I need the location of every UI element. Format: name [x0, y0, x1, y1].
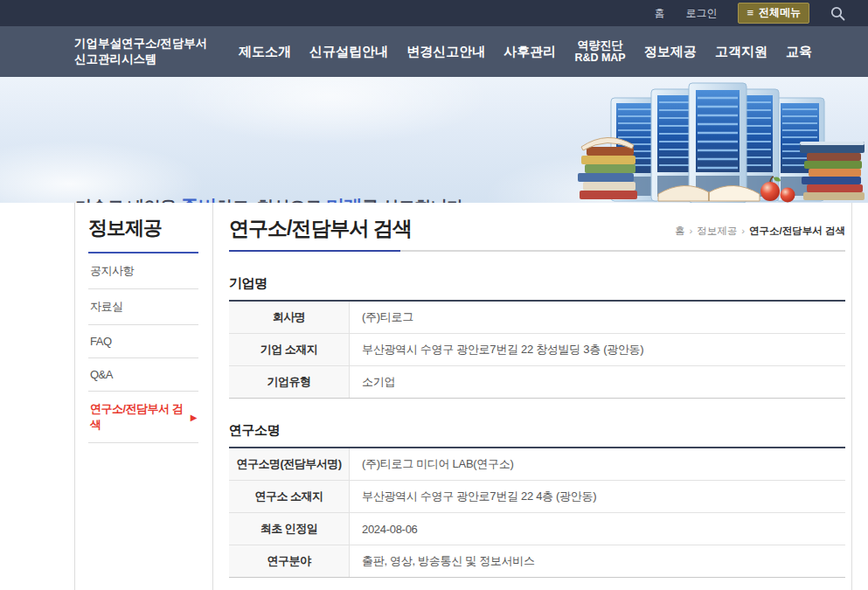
company-section: 기업명 회사명 (주)티로그 기업 소재지 부산광역시 수영구 광안로7번길 2… [229, 275, 845, 399]
row-label: 연구분야 [229, 545, 350, 577]
home-link[interactable]: 홈 [654, 6, 664, 21]
table-row: 기업 소재지 부산광역시 수영구 광안로7번길 22 창성빌딩 3층 (광안동) [229, 333, 845, 365]
nav-item-information[interactable]: 정보제공 [644, 44, 697, 60]
row-label: 회사명 [229, 302, 350, 333]
sidebar-item-search-active[interactable]: 연구소/전담부서 검색 ▶ [88, 392, 198, 443]
banner-slogan: 기술로 내일을 준비하고, 혁신으로 미래를 선도합니다. [75, 194, 467, 203]
book-stack-left [578, 137, 637, 199]
nav-item-customer-support[interactable]: 고객지원 [715, 44, 767, 60]
breadcrumb: 홈›정보제공›연구소/전담부서 검색 [675, 225, 845, 242]
row-label: 최초 인정일 [229, 513, 350, 545]
page: 홈 로그인 ≡ 전체메뉴 기업부설연구소/전담부서 신고관리시스템 제도소개 신… [0, 0, 868, 590]
login-link[interactable]: 로그인 [685, 6, 717, 21]
row-label: 기업유형 [229, 366, 350, 398]
breadcrumb-information[interactable]: 정보제공 [697, 226, 737, 236]
table-row: 최초 인정일 2024-08-06 [229, 512, 845, 545]
nav-rnd-line2: R&D MAP [574, 52, 625, 65]
slogan-text: 를 선도합니다. [362, 198, 468, 203]
server-towers [611, 83, 824, 203]
table-row: 회사명 (주)티로그 [229, 302, 845, 333]
row-value: (주)티로그 미디어 LAB(연구소) [350, 448, 845, 480]
main-header: 기업부설연구소/전담부서 신고관리시스템 제도소개 신규설립안내 변경신고안내 … [0, 26, 868, 77]
nav-rnd-line1: 역량진단 [574, 38, 625, 52]
slogan-text: 하고, 혁신으로 [217, 198, 326, 203]
page-title-row: 연구소/전담부서 검색 홈›정보제공›연구소/전담부서 검색 [229, 215, 845, 252]
nav-item-post-management[interactable]: 사후관리 [503, 44, 556, 60]
row-value: (주)티로그 [350, 302, 845, 333]
topbar: 홈 로그인 ≡ 전체메뉴 [0, 0, 868, 26]
sidebar-item-label: 자료실 [90, 299, 123, 315]
sidebar-item-notice[interactable]: 공지사항 [88, 253, 198, 289]
breadcrumb-current: 연구소/전담부서 검색 [749, 226, 845, 236]
all-menu-button[interactable]: ≡ 전체메뉴 [738, 3, 809, 24]
row-label: 연구소명(전담부서명) [229, 448, 350, 480]
row-value: 소기업 [350, 366, 845, 398]
active-arrow-icon: ▶ [191, 413, 197, 422]
sidebar-item-label: 연구소/전담부서 검색 [90, 401, 191, 433]
sidebar-item-faq[interactable]: FAQ [88, 325, 198, 358]
company-section-heading: 기업명 [229, 275, 845, 292]
table-row: 기업유형 소기업 [229, 365, 845, 398]
logo-line2: 신고관리시스템 [74, 52, 221, 67]
sidebar-item-qna[interactable]: Q&A [88, 358, 198, 392]
breadcrumb-separator: › [741, 226, 745, 236]
nav-item-education[interactable]: 교육 [786, 44, 812, 60]
table-row: 연구소 소재지 부산광역시 수영구 광안로7번길 22 4층 (광안동) [229, 480, 845, 512]
sidebar-item-label: FAQ [90, 335, 112, 348]
book-stack-right [800, 142, 865, 200]
lab-section: 연구소명 연구소명(전담부서명) (주)티로그 미디어 LAB(연구소) 연구소… [229, 422, 845, 578]
row-value: 부산광역시 수영구 광안로7번길 22 창성빌딩 3층 (광안동) [350, 334, 845, 365]
logo-line1: 기업부설연구소/전담부서 [74, 36, 221, 52]
main-content: 연구소/전담부서 검색 홈›정보제공›연구소/전담부서 검색 기업명 회사명 (… [213, 203, 851, 590]
content-area: 정보제공 공지사항 자료실 FAQ Q&A 연구소/전담부서 검색 ▶ 연구소/… [74, 203, 852, 590]
sidebar-item-archive[interactable]: 자료실 [88, 289, 198, 325]
main-nav: 제도소개 신규설립안내 변경신고안내 사후관리 역량진단 R&D MAP 정보제… [221, 38, 868, 66]
hamburger-icon: ≡ [746, 7, 753, 18]
sidebar: 정보제공 공지사항 자료실 FAQ Q&A 연구소/전담부서 검색 ▶ [75, 203, 212, 590]
table-row: 연구소명(전담부서명) (주)티로그 미디어 LAB(연구소) [229, 448, 845, 480]
breadcrumb-separator: › [689, 226, 692, 236]
nav-item-change-report[interactable]: 변경신고안내 [406, 44, 485, 60]
sidebar-title: 정보제공 [88, 215, 198, 253]
breadcrumb-home[interactable]: 홈 [675, 226, 685, 236]
all-menu-label: 전체메뉴 [759, 5, 801, 20]
lab-table: 연구소명(전담부서명) (주)티로그 미디어 LAB(연구소) 연구소 소재지 … [229, 447, 845, 578]
sidebar-item-label: 공지사항 [90, 263, 134, 279]
search-icon[interactable] [830, 6, 845, 21]
lab-section-heading: 연구소명 [229, 422, 845, 439]
nav-item-new-setup[interactable]: 신규설립안내 [309, 44, 388, 60]
row-value: 2024-08-06 [350, 513, 845, 545]
hero-banner: 기술로 내일을 준비하고, 혁신으로 미래를 선도합니다. [0, 77, 868, 203]
company-table: 회사명 (주)티로그 기업 소재지 부산광역시 수영구 광안로7번길 22 창성… [229, 300, 845, 399]
row-label: 연구소 소재지 [229, 481, 350, 512]
slogan-text: 기술로 내일을 [75, 198, 181, 203]
banner-illustration [574, 79, 868, 203]
site-logo[interactable]: 기업부설연구소/전담부서 신고관리시스템 [74, 36, 221, 67]
nav-item-intro[interactable]: 제도소개 [239, 44, 291, 60]
row-label: 기업 소재지 [229, 334, 350, 365]
slogan-highlight-1: 준비 [181, 196, 217, 203]
row-value: 출판, 영상, 방송통신 및 정보서비스 [350, 545, 845, 577]
slogan-highlight-2: 미래 [326, 196, 362, 203]
page-title: 연구소/전담부서 검색 [229, 215, 412, 242]
table-row: 연구분야 출판, 영상, 방송통신 및 정보서비스 [229, 545, 845, 577]
nav-item-rnd-map[interactable]: 역량진단 R&D MAP [574, 38, 625, 66]
row-value: 부산광역시 수영구 광안로7번길 22 4층 (광안동) [350, 481, 845, 512]
sidebar-item-label: Q&A [90, 368, 113, 381]
